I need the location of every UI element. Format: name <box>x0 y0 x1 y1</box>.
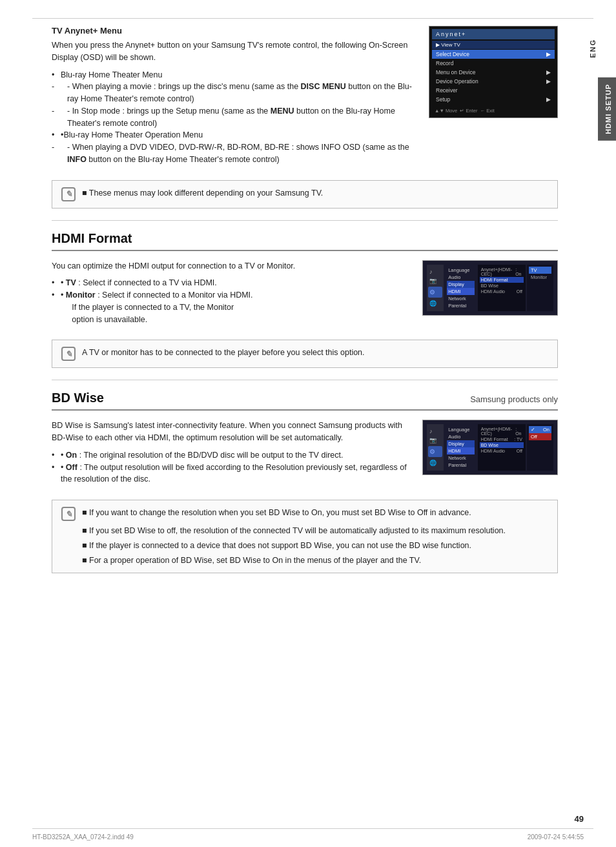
anynet-section: TV Anynet+ Menu When you press the Anyne… <box>52 26 558 171</box>
anynet-osd-menu-on-device: Menu on Device▶ <box>432 68 555 77</box>
bd-osd-menu-panel: Language Audio Display HDMI Network Pare… <box>445 424 476 471</box>
page-border-bottom <box>32 828 593 829</box>
bd-osd-option-on: ✓On <box>529 426 551 433</box>
hdmi-format-intro: You can optimize the HDMI output for con… <box>52 260 409 272</box>
osd-menu-hdmi: HDMI <box>447 288 474 295</box>
osd-sub-hdmi-audio: HDMI AudioOff <box>480 289 524 294</box>
bd-wise-osd-inner: ♪ 📷 ⚙ 🌐 Language Audio Display HDMI Netw… <box>427 424 553 471</box>
osd-menu-language: Language <box>447 267 474 274</box>
hdmi-format-text: You can optimize the HDMI output for con… <box>52 260 409 331</box>
anynet-bullet-4: •Blu-ray Home Theater Operation Menu <box>52 129 416 141</box>
file-info-right: 2009-07-24 5:44:55 <box>528 833 584 841</box>
hdmi-format-content: You can optimize the HDMI output for con… <box>52 260 558 331</box>
bd-wise-note-icon-row: ✎ ■ If you want to change the resolution… <box>61 507 471 521</box>
osd-music-icon: ♪ <box>428 267 442 276</box>
bd-wise-note-1: ■ If you want to change the resolution w… <box>82 507 471 519</box>
osd-menu-parental: Parental <box>447 302 474 309</box>
anynet-osd-device-operation: Device Operation▶ <box>432 77 555 86</box>
hdmi-format-osd-inner: ♪ 📷 ⚙ 🌐 Language Audio Display HDMI Netw… <box>427 265 553 311</box>
anynet-osd-view-tv: ▶ View TV <box>432 41 555 49</box>
hdmi-format-note-text: A TV or monitor has to be connected to t… <box>82 347 365 359</box>
osd-menu-audio: Audio <box>447 274 474 281</box>
osd-sub-bd-wise: BD Wise <box>480 283 524 289</box>
anynet-bullet-5: - When playing a DVD VIDEO, DVD-RW/-R, B… <box>52 141 416 166</box>
hdmi-format-section: HDMI Format You can optimize the HDMI ou… <box>52 231 558 369</box>
bd-sub-hdmi-audio: HDMI AudioOff <box>480 448 524 454</box>
anynet-text: TV Anynet+ Menu When you press the Anyne… <box>52 26 416 171</box>
osd-option-tv: TV <box>529 267 551 274</box>
osd-sub-anynet: Anynet+(HDMI-CEC): On <box>480 267 524 277</box>
bd-wise-content: BD Wise is Samsung's latest inter-connec… <box>52 420 558 491</box>
bd-wise-bullet-on: • On : The original resolution of the BD… <box>52 449 409 462</box>
bd-wise-section: BD Wise Samsung products only BD Wise is… <box>52 391 558 573</box>
anynet-bullet-1: Blu-ray Home Theater Menu <box>52 69 416 81</box>
bd-sub-anynet: Anynet+(HDMI-CEC): On <box>480 426 524 436</box>
bd-wise-intro: BD Wise is Samsung's latest inter-connec… <box>52 420 409 444</box>
bd-osd-option-off: Off <box>529 433 551 440</box>
bd-osd-submenu-panel: Anynet+(HDMI-CEC): On HDMI Format: TV BD… <box>478 424 526 471</box>
bd-wise-note-2: ■ If you set BD Wise to off, the resolut… <box>82 525 506 537</box>
anynet-bullet-3: - In Stop mode : brings up the Setup men… <box>52 105 416 130</box>
anynet-osd-title: Anynet+ <box>432 29 555 39</box>
bd-osd-photo-icon: 📷 <box>428 436 442 445</box>
hdmi-setup-tab: HDMI SETUP <box>598 77 616 141</box>
bd-osd-network-icon: 🌐 <box>428 458 442 467</box>
anynet-title: TV Anynet+ Menu <box>52 26 416 36</box>
bd-osd-settings-icon: ⚙ <box>428 446 442 457</box>
bd-wise-note-4: ■ For a proper operation of BD Wise, set… <box>82 555 506 567</box>
anynet-osd-record: Record <box>432 59 555 68</box>
bd-osd-music-icon: ♪ <box>428 427 442 436</box>
anynet-osd-receiver: Receiver <box>432 86 555 95</box>
bd-wise-heading-row: BD Wise Samsung products only <box>52 391 558 411</box>
bd-wise-bullets: • On : The original resolution of the BD… <box>52 449 409 485</box>
bd-osd-options-panel: ✓On Off <box>527 424 553 471</box>
file-info-left: HT-BD3252A_XAA_0724-2.indd 49 <box>32 833 134 841</box>
bd-wise-bullet-off: • Off : The output resolution will be fi… <box>52 462 409 486</box>
osd-network-icon: 🌐 <box>428 299 442 308</box>
bd-osd-menu-network: Network <box>447 454 474 462</box>
osd-menu-network: Network <box>447 295 474 302</box>
osd-sub-hdmi-format: HDMI Format <box>480 277 524 283</box>
osd-icons-panel: ♪ 📷 ⚙ 🌐 <box>427 265 444 311</box>
page-number: 49 <box>575 814 584 824</box>
eng-label: ENG <box>589 39 597 58</box>
hdmi-format-bullet-tv: • TV : Select if connected to a TV via H… <box>52 277 409 289</box>
bd-wise-note-3: ■ If the player is connected to a device… <box>82 540 506 552</box>
osd-options-panel: TV Monitor <box>527 265 553 311</box>
bd-wise-note-icon: ✎ <box>61 507 76 521</box>
anynet-osd-setup: Setup▶ <box>432 95 555 104</box>
osd-menu-panel: Language Audio Display HDMI Network Pare… <box>445 265 476 311</box>
osd-option-monitor: Monitor <box>529 274 551 281</box>
bd-osd-menu-display: Display <box>447 440 474 447</box>
hdmi-format-bullets: • TV : Select if connected to a TV via H… <box>52 277 409 325</box>
anynet-bullet-2: - When playing a movie : brings up the d… <box>52 81 416 105</box>
separator-1 <box>52 220 558 221</box>
anynet-note-box: ✎ ■ These menus may look different depen… <box>52 180 558 209</box>
bd-wise-text: BD Wise is Samsung's latest inter-connec… <box>52 420 409 491</box>
anynet-osd-screenshot: Anynet+ ▶ View TV Select Device▶ Record … <box>429 26 558 118</box>
anynet-bullets: Blu-ray Home Theater Menu - When playing… <box>52 69 416 166</box>
bd-osd-menu-language: Language <box>447 426 474 433</box>
hdmi-format-note-box: ✎ A TV or monitor has to be connected to… <box>52 340 558 368</box>
bd-wise-notes-rest: ■ If you set BD Wise to off, the resolut… <box>61 525 506 566</box>
bd-osd-menu-audio: Audio <box>447 433 474 440</box>
bd-sub-hdmi-format: HDMI Format: TV <box>480 436 524 442</box>
page-border-top <box>32 18 593 19</box>
osd-photo-icon: 📷 <box>428 276 442 285</box>
bd-wise-heading: BD Wise <box>52 391 104 405</box>
hdmi-format-note-icon: ✎ <box>61 347 76 361</box>
tab-label: HDMI SETUP <box>604 84 612 134</box>
anynet-note-icon: ✎ <box>61 187 76 201</box>
separator-2 <box>52 380 558 380</box>
bd-sub-bd-wise: BD Wise <box>480 442 524 448</box>
bd-osd-menu-hdmi: HDMI <box>447 447 474 454</box>
footer-file-info: HT-BD3252A_XAA_0724-2.indd 49 2009-07-24… <box>32 833 584 841</box>
hdmi-format-osd: ♪ 📷 ⚙ 🌐 Language Audio Display HDMI Netw… <box>422 260 558 316</box>
anynet-note-text: ■ These menus may look different dependi… <box>82 187 323 199</box>
anynet-osd-device: Select Device▶ <box>432 50 555 59</box>
osd-menu-display: Display <box>447 281 474 288</box>
osd-settings-icon: ⚙ <box>428 287 442 298</box>
anynet-osd-footer: ▲▼ Move ↵ Enter ← Exit <box>432 107 555 115</box>
hdmi-format-bullet-monitor: • Monitor : Select if connected to a Mon… <box>52 289 409 325</box>
bd-wise-osd: ♪ 📷 ⚙ 🌐 Language Audio Display HDMI Netw… <box>422 420 558 475</box>
